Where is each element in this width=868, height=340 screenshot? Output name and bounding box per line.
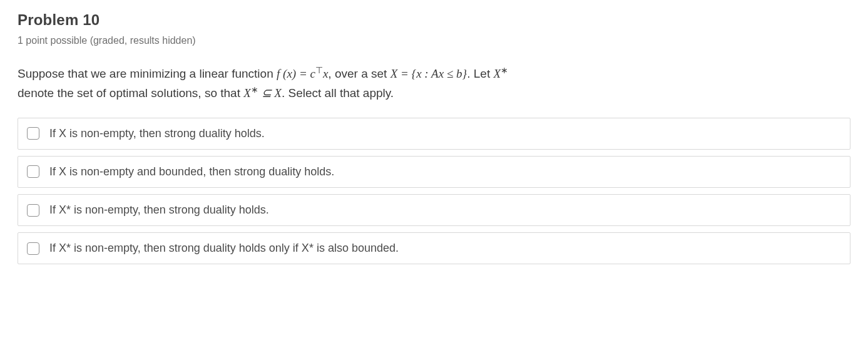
math-X2: X bbox=[274, 86, 282, 100]
math-b: b bbox=[456, 67, 462, 80]
prompt-line2b: . Select all that apply. bbox=[282, 86, 394, 100]
option-label: If X is non-empty, then strong duality h… bbox=[49, 126, 265, 142]
checkbox[interactable] bbox=[27, 204, 39, 217]
math-equals2: = bbox=[397, 67, 411, 80]
math-x-in: x bbox=[416, 67, 421, 80]
option-2[interactable]: If X is non-empty and bounded, then stro… bbox=[18, 156, 850, 188]
math-equals: = bbox=[296, 67, 310, 80]
problem-meta: 1 point possible (graded, results hidden… bbox=[18, 35, 850, 46]
option-label: If X is non-empty and bounded, then stro… bbox=[49, 164, 334, 180]
math-star2: ∗ bbox=[251, 85, 258, 95]
math-c-base: c bbox=[310, 67, 315, 80]
math-Xstar2-base: X bbox=[243, 86, 251, 100]
checkbox[interactable] bbox=[27, 165, 39, 178]
prompt-text: Suppose that we are minimizing a linear … bbox=[18, 67, 277, 80]
math-subset: ⊆ bbox=[258, 86, 275, 100]
checkbox[interactable] bbox=[27, 127, 39, 140]
math-transpose: ⊤ bbox=[315, 66, 323, 75]
prompt-text-mid2: . Let bbox=[467, 67, 493, 80]
math-Xset: X bbox=[391, 67, 398, 80]
option-4[interactable]: If X* is non-empty, then strong duality … bbox=[18, 232, 850, 264]
option-1[interactable]: If X is non-empty, then strong duality h… bbox=[18, 118, 850, 150]
math-Xstar-base: X bbox=[493, 67, 501, 80]
checkbox[interactable] bbox=[27, 242, 39, 255]
math-Xstar: X∗ bbox=[493, 67, 508, 80]
math-A: A bbox=[431, 67, 439, 80]
options-list: If X is non-empty, then strong duality h… bbox=[18, 118, 850, 265]
math-c: c⊤ bbox=[310, 67, 322, 80]
math-open-paren: ( bbox=[280, 67, 287, 80]
problem-container: Problem 10 1 point possible (graded, res… bbox=[0, 0, 868, 289]
math-colon: : bbox=[422, 67, 431, 80]
math-x3: x bbox=[439, 67, 444, 80]
math-Xstar2: X∗ bbox=[243, 86, 258, 100]
math-x: x bbox=[287, 67, 292, 80]
math-leq: ≤ bbox=[444, 67, 456, 80]
prompt-text-mid1: , over a set bbox=[328, 67, 390, 80]
option-label: If X* is non-empty, then strong duality … bbox=[49, 240, 399, 256]
option-label: If X* is non-empty, then strong duality … bbox=[49, 202, 269, 218]
math-star: ∗ bbox=[501, 66, 508, 75]
problem-prompt: Suppose that we are minimizing a linear … bbox=[18, 64, 850, 103]
prompt-line2a: denote the set of optimal solutions, so … bbox=[18, 86, 243, 100]
option-3[interactable]: If X* is non-empty, then strong duality … bbox=[18, 194, 850, 226]
problem-title: Problem 10 bbox=[18, 11, 850, 29]
